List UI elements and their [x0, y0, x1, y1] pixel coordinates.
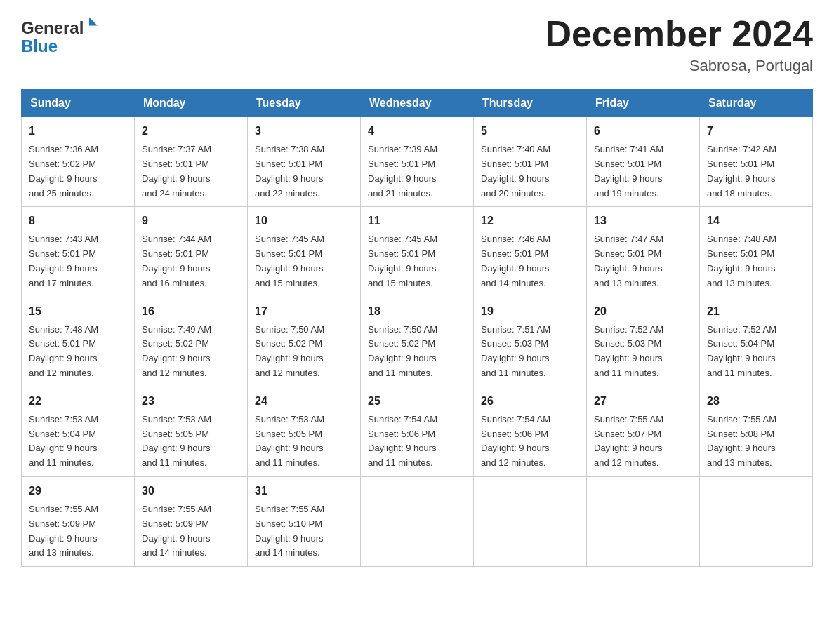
day-info: Sunrise: 7:50 AMSunset: 5:02 PMDaylight:… — [255, 323, 353, 381]
day-info: Sunrise: 7:43 AMSunset: 5:01 PMDaylight:… — [29, 232, 127, 290]
day-info: Sunrise: 7:47 AMSunset: 5:01 PMDaylight:… — [594, 232, 692, 290]
calendar-cell: 16Sunrise: 7:49 AMSunset: 5:02 PMDayligh… — [135, 297, 248, 387]
day-header-wednesday: Wednesday — [361, 90, 474, 117]
calendar-cell: 30Sunrise: 7:55 AMSunset: 5:09 PMDayligh… — [135, 476, 248, 566]
day-info: Sunrise: 7:55 AMSunset: 5:08 PMDaylight:… — [707, 412, 805, 471]
day-header-friday: Friday — [587, 90, 700, 117]
location: Sabrosa, Portugal — [545, 57, 813, 75]
day-headers-row: SundayMondayTuesdayWednesdayThursdayFrid… — [22, 90, 813, 117]
day-number: 22 — [29, 393, 127, 410]
calendar-cell: 24Sunrise: 7:53 AMSunset: 5:05 PMDayligh… — [248, 387, 361, 476]
calendar-cell: 9Sunrise: 7:44 AMSunset: 5:01 PMDaylight… — [135, 207, 248, 297]
title-block: December 2024 Sabrosa, Portugal — [545, 14, 813, 75]
calendar-cell: 5Sunrise: 7:40 AMSunset: 5:01 PMDaylight… — [474, 117, 587, 207]
day-header-sunday: Sunday — [22, 90, 135, 117]
day-info: Sunrise: 7:41 AMSunset: 5:01 PMDaylight:… — [594, 142, 692, 201]
calendar-week-row: 29Sunrise: 7:55 AMSunset: 5:09 PMDayligh… — [22, 476, 813, 566]
day-header-thursday: Thursday — [474, 90, 587, 117]
calendar-cell: 8Sunrise: 7:43 AMSunset: 5:01 PMDaylight… — [22, 207, 135, 297]
day-info: Sunrise: 7:51 AMSunset: 5:03 PMDaylight:… — [481, 323, 579, 381]
calendar-cell: 28Sunrise: 7:55 AMSunset: 5:08 PMDayligh… — [700, 387, 813, 476]
calendar-cell: 20Sunrise: 7:52 AMSunset: 5:03 PMDayligh… — [587, 297, 700, 387]
day-number: 11 — [368, 213, 466, 229]
calendar-week-row: 8Sunrise: 7:43 AMSunset: 5:01 PMDaylight… — [22, 207, 813, 297]
day-info: Sunrise: 7:39 AMSunset: 5:01 PMDaylight:… — [368, 142, 466, 201]
day-number: 30 — [142, 483, 240, 499]
calendar-cell: 22Sunrise: 7:53 AMSunset: 5:04 PMDayligh… — [22, 387, 135, 476]
day-info: Sunrise: 7:53 AMSunset: 5:04 PMDaylight:… — [29, 412, 127, 471]
day-info: Sunrise: 7:36 AMSunset: 5:02 PMDaylight:… — [29, 142, 127, 201]
day-info: Sunrise: 7:55 AMSunset: 5:09 PMDaylight:… — [29, 502, 127, 561]
day-number: 2 — [142, 123, 240, 140]
day-number: 8 — [29, 213, 127, 229]
day-info: Sunrise: 7:55 AMSunset: 5:10 PMDaylight:… — [255, 502, 353, 561]
calendar-cell: 1Sunrise: 7:36 AMSunset: 5:02 PMDaylight… — [22, 117, 135, 207]
calendar-cell — [474, 476, 587, 566]
day-number: 12 — [481, 213, 579, 229]
day-number: 1 — [29, 123, 127, 140]
calendar-cell: 23Sunrise: 7:53 AMSunset: 5:05 PMDayligh… — [135, 387, 248, 476]
day-number: 15 — [29, 303, 127, 320]
day-number: 4 — [368, 123, 466, 140]
calendar-cell: 25Sunrise: 7:54 AMSunset: 5:06 PMDayligh… — [361, 387, 474, 476]
calendar-week-row: 15Sunrise: 7:48 AMSunset: 5:01 PMDayligh… — [22, 297, 813, 387]
calendar-cell: 26Sunrise: 7:54 AMSunset: 5:06 PMDayligh… — [474, 387, 587, 476]
generalblue-logo: General Blue — [21, 14, 105, 56]
day-number: 16 — [142, 303, 240, 320]
day-number: 7 — [707, 123, 805, 140]
calendar-table: SundayMondayTuesdayWednesdayThursdayFrid… — [21, 89, 813, 567]
day-info: Sunrise: 7:49 AMSunset: 5:02 PMDaylight:… — [142, 323, 240, 381]
day-number: 21 — [707, 303, 805, 320]
day-number: 14 — [707, 213, 805, 229]
day-info: Sunrise: 7:52 AMSunset: 5:04 PMDaylight:… — [707, 323, 805, 381]
day-number: 26 — [481, 393, 579, 410]
calendar-cell: 14Sunrise: 7:48 AMSunset: 5:01 PMDayligh… — [700, 207, 813, 297]
calendar-cell: 31Sunrise: 7:55 AMSunset: 5:10 PMDayligh… — [248, 476, 361, 566]
day-header-tuesday: Tuesday — [248, 90, 361, 117]
day-info: Sunrise: 7:37 AMSunset: 5:01 PMDaylight:… — [142, 142, 240, 201]
day-info: Sunrise: 7:44 AMSunset: 5:01 PMDaylight:… — [142, 232, 240, 290]
day-info: Sunrise: 7:38 AMSunset: 5:01 PMDaylight:… — [255, 142, 353, 201]
day-number: 27 — [594, 393, 692, 410]
month-title: December 2024 — [545, 14, 813, 54]
calendar-week-row: 22Sunrise: 7:53 AMSunset: 5:04 PMDayligh… — [22, 387, 813, 476]
calendar-cell: 12Sunrise: 7:46 AMSunset: 5:01 PMDayligh… — [474, 207, 587, 297]
calendar-cell: 10Sunrise: 7:45 AMSunset: 5:01 PMDayligh… — [248, 207, 361, 297]
calendar-week-row: 1Sunrise: 7:36 AMSunset: 5:02 PMDaylight… — [22, 117, 813, 207]
calendar-cell: 4Sunrise: 7:39 AMSunset: 5:01 PMDaylight… — [361, 117, 474, 207]
day-info: Sunrise: 7:54 AMSunset: 5:06 PMDaylight:… — [368, 412, 466, 471]
logo: General Blue — [21, 14, 105, 56]
day-info: Sunrise: 7:55 AMSunset: 5:09 PMDaylight:… — [142, 502, 240, 561]
calendar-cell — [361, 476, 474, 566]
day-number: 13 — [594, 213, 692, 229]
day-number: 9 — [142, 213, 240, 229]
calendar-cell — [587, 476, 700, 566]
day-number: 5 — [481, 123, 579, 140]
calendar-cell: 6Sunrise: 7:41 AMSunset: 5:01 PMDaylight… — [587, 117, 700, 207]
day-number: 10 — [255, 213, 353, 229]
calendar-cell: 27Sunrise: 7:55 AMSunset: 5:07 PMDayligh… — [587, 387, 700, 476]
day-number: 29 — [29, 483, 127, 499]
day-number: 23 — [142, 393, 240, 410]
svg-text:Blue: Blue — [21, 36, 58, 55]
calendar-cell: 11Sunrise: 7:45 AMSunset: 5:01 PMDayligh… — [361, 207, 474, 297]
calendar-cell: 3Sunrise: 7:38 AMSunset: 5:01 PMDaylight… — [248, 117, 361, 207]
day-info: Sunrise: 7:50 AMSunset: 5:02 PMDaylight:… — [368, 323, 466, 381]
calendar-cell: 18Sunrise: 7:50 AMSunset: 5:02 PMDayligh… — [361, 297, 474, 387]
calendar-cell: 17Sunrise: 7:50 AMSunset: 5:02 PMDayligh… — [248, 297, 361, 387]
calendar-cell: 15Sunrise: 7:48 AMSunset: 5:01 PMDayligh… — [22, 297, 135, 387]
day-info: Sunrise: 7:54 AMSunset: 5:06 PMDaylight:… — [481, 412, 579, 471]
svg-marker-1 — [89, 18, 98, 26]
day-number: 18 — [368, 303, 466, 320]
calendar-cell: 13Sunrise: 7:47 AMSunset: 5:01 PMDayligh… — [587, 207, 700, 297]
page-header: General Blue December 2024 Sabrosa, Port… — [21, 14, 813, 75]
day-info: Sunrise: 7:55 AMSunset: 5:07 PMDaylight:… — [594, 412, 692, 471]
day-info: Sunrise: 7:53 AMSunset: 5:05 PMDaylight:… — [142, 412, 240, 471]
day-number: 17 — [255, 303, 353, 320]
day-info: Sunrise: 7:42 AMSunset: 5:01 PMDaylight:… — [707, 142, 805, 201]
day-info: Sunrise: 7:45 AMSunset: 5:01 PMDaylight:… — [255, 232, 353, 290]
calendar-cell: 21Sunrise: 7:52 AMSunset: 5:04 PMDayligh… — [700, 297, 813, 387]
day-number: 20 — [594, 303, 692, 320]
day-info: Sunrise: 7:53 AMSunset: 5:05 PMDaylight:… — [255, 412, 353, 471]
day-info: Sunrise: 7:48 AMSunset: 5:01 PMDaylight:… — [707, 232, 805, 290]
